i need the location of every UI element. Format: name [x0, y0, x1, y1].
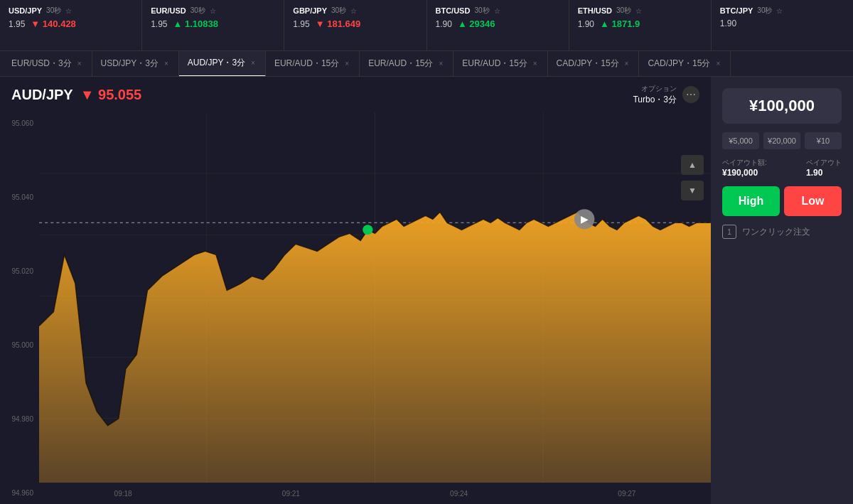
ticker-star-ethusd[interactable]: ☆ — [635, 7, 642, 15]
main-content: AUD/JPY ▼ 95.055 オプション Turbo・3分 ⋯ 95.060… — [0, 77, 853, 504]
y-label-2: 95.040 — [0, 193, 33, 201]
chart-area: AUD/JPY ▼ 95.055 オプション Turbo・3分 ⋯ 95.060… — [0, 77, 711, 504]
chart-body: ▶ ▲ ▼ — [39, 112, 711, 483]
x-label-3: 09:24 — [450, 490, 468, 498]
ticker-star-btcusd[interactable]: ☆ — [494, 7, 500, 15]
one-click-order[interactable]: 1 ワンクリック注文 — [722, 225, 842, 239]
scroll-up-button[interactable]: ▲ — [681, 155, 704, 175]
options-menu-button[interactable]: ⋯ — [682, 86, 699, 103]
tab-close-usdjpy[interactable]: × — [163, 58, 170, 69]
tab-euraud-15m-2[interactable]: EUR/AUD・15分 × — [360, 51, 454, 77]
y-label-3: 95.020 — [0, 267, 33, 275]
trade-buttons: High Low — [722, 186, 842, 216]
tab-audjpy-3m[interactable]: AUD/JPY・3分 × — [179, 51, 266, 77]
investment-amount-display: ¥100,000 — [722, 88, 842, 124]
ticker-payout-btcusd: 1.90 — [436, 19, 452, 29]
tab-cadjpy-15m-1[interactable]: CAD/JPY・15分 × — [548, 51, 640, 77]
tab-close-cadjpy2[interactable]: × — [714, 58, 721, 69]
ticker-payout-ethusd: 1.90 — [578, 19, 594, 29]
payout-rate-col: ペイアウト 1.90 — [806, 158, 842, 178]
ticker-eurusd[interactable]: EUR/USD 30秒 ☆ 1.95 ▲ 1.10838 — [142, 0, 284, 50]
high-button[interactable]: High — [722, 186, 780, 216]
ticker-time-usdjpy: 30秒 — [46, 6, 61, 16]
tab-close-eurusd[interactable]: × — [76, 58, 83, 69]
ticker-change-usdjpy: ▼ 140.428 — [31, 18, 75, 29]
x-label-4: 09:27 — [618, 490, 635, 498]
ticker-star-usdjpy[interactable]: ☆ — [65, 7, 72, 15]
low-button[interactable]: Low — [784, 186, 842, 216]
ticker-ethusd[interactable]: ETH/USD 30秒 ☆ 1.90 ▲ 1871.9 — [569, 0, 712, 50]
chevron-down-icon: ▼ — [688, 186, 697, 195]
ticker-payout-btcjpy: 1.90 — [720, 18, 736, 28]
right-panel: ¥100,000 ¥5,000 ¥20,000 ¥10 ペイアウト額: ¥190… — [711, 77, 853, 504]
payout-rate-label: ペイアウト — [806, 158, 842, 168]
tab-close-euraud1[interactable]: × — [343, 58, 350, 69]
ticker-time-eurusd: 30秒 — [191, 6, 205, 16]
chevron-up-icon: ▲ — [688, 160, 697, 170]
svg-text:▶: ▶ — [581, 213, 589, 225]
ticker-time-btcjpy: 30秒 — [757, 6, 772, 16]
tab-close-cadjpy1[interactable]: × — [623, 58, 631, 69]
ticker-pair-btcjpy: BTC/JPY — [720, 6, 753, 15]
y-label-1: 95.060 — [0, 119, 33, 127]
payout-amount-col: ペイアウト額: ¥190,000 — [722, 158, 767, 178]
y-label-4: 95.000 — [0, 341, 33, 349]
chart-canvas-wrapper: 95.060 95.040 95.020 95.000 94.980 94.96… — [0, 112, 711, 504]
tab-close-euraud3[interactable]: × — [532, 58, 539, 69]
ticker-pair-ethusd: ETH/USD — [578, 6, 612, 15]
tab-eurusd-3m[interactable]: EUR/USD・3分 × — [3, 51, 92, 77]
y-label-5: 94.980 — [0, 415, 33, 423]
chart-pair-info: AUD/JPY ▼ 95.055 — [11, 87, 141, 103]
tabs-bar: EUR/USD・3分 × USD/JPY・3分 × AUD/JPY・3分 × E… — [0, 51, 853, 77]
ticker-usdjpy[interactable]: USD/JPY 30秒 ☆ 1.95 ▼ 140.428 — [0, 0, 142, 50]
payout-amount-label: ペイアウト額: — [722, 158, 767, 168]
ticker-change-gbpjpy: ▼ 181.649 — [316, 18, 360, 29]
tab-euraud-15m-3[interactable]: EUR/AUD・15分 × — [454, 51, 547, 77]
ticker-gbpjpy[interactable]: GBP/JPY 30秒 ☆ 1.95 ▼ 181.649 — [284, 0, 426, 50]
x-label-1: 09:18 — [114, 490, 132, 498]
y-axis: 95.060 95.040 95.020 95.000 94.980 94.96… — [0, 112, 39, 504]
payout-rate-value: 1.90 — [806, 168, 842, 178]
ticker-payout-eurusd: 1.95 — [151, 19, 167, 29]
amount-value: ¥100,000 — [734, 97, 830, 115]
chart-header: AUD/JPY ▼ 95.055 オプション Turbo・3分 ⋯ — [0, 77, 711, 112]
ticker-time-ethusd: 30秒 — [616, 6, 631, 16]
chart-current-price: ▼ 95.055 — [80, 87, 142, 103]
ticker-pair-usdjpy: USD/JPY — [9, 6, 42, 15]
payout-amount-value: ¥190,000 — [722, 168, 767, 178]
options-label: オプション — [633, 84, 677, 94]
x-label-2: 09:21 — [282, 490, 300, 498]
options-value: Turbo・3分 — [633, 94, 677, 106]
ticker-payout-gbpjpy: 1.95 — [293, 19, 309, 29]
tab-euraud-15m-1[interactable]: EUR/AUD・15分 × — [266, 51, 360, 77]
tab-close-audjpy[interactable]: × — [250, 58, 257, 68]
tab-usdjpy-3m[interactable]: USD/JPY・3分 × — [92, 51, 179, 77]
ticker-btcjpy[interactable]: BTC/JPY 30秒 ☆ 1.90 — [712, 0, 853, 50]
quick-amount-20000[interactable]: ¥20,000 — [763, 132, 800, 149]
ticker-btcusd[interactable]: BTC/USD 30秒 ☆ 1.90 ▲ 29346 — [427, 0, 569, 50]
ticker-change-eurusd: ▲ 1.10838 — [173, 18, 218, 29]
one-click-label: ワンクリック注文 — [742, 226, 810, 238]
quick-amount-10[interactable]: ¥10 — [805, 132, 842, 149]
payout-info: ペイアウト額: ¥190,000 ペイアウト 1.90 — [722, 158, 842, 178]
chart-svg: ▶ — [39, 112, 711, 483]
ticker-star-eurusd[interactable]: ☆ — [210, 7, 216, 15]
ticker-change-ethusd: ▲ 1871.9 — [600, 18, 640, 29]
tab-cadjpy-15m-2[interactable]: CAD/JPY・15分 × — [639, 51, 731, 77]
ticker-pair-eurusd: EUR/USD — [151, 6, 186, 15]
scroll-down-button[interactable]: ▼ — [681, 181, 704, 200]
ticker-change-btcusd: ▲ 29346 — [458, 18, 495, 29]
ticker-pair-gbpjpy: GBP/JPY — [293, 6, 327, 15]
quick-amounts: ¥5,000 ¥20,000 ¥10 — [722, 132, 842, 149]
ticker-star-gbpjpy[interactable]: ☆ — [350, 7, 357, 15]
quick-amount-5000[interactable]: ¥5,000 — [722, 132, 759, 149]
ticker-bar: USD/JPY 30秒 ☆ 1.95 ▼ 140.428 EUR/USD 30秒… — [0, 0, 853, 51]
ticker-pair-btcusd: BTC/USD — [436, 6, 471, 15]
ticker-time-btcusd: 30秒 — [474, 6, 489, 16]
ticker-star-btcjpy[interactable]: ☆ — [776, 7, 783, 15]
tab-close-euraud2[interactable]: × — [438, 58, 445, 69]
svg-point-9 — [363, 225, 372, 235]
x-axis: 09:18 09:21 09:24 09:27 — [39, 483, 711, 504]
one-click-icon: 1 — [722, 225, 736, 239]
chart-pair-name: AUD/JPY — [11, 87, 73, 103]
